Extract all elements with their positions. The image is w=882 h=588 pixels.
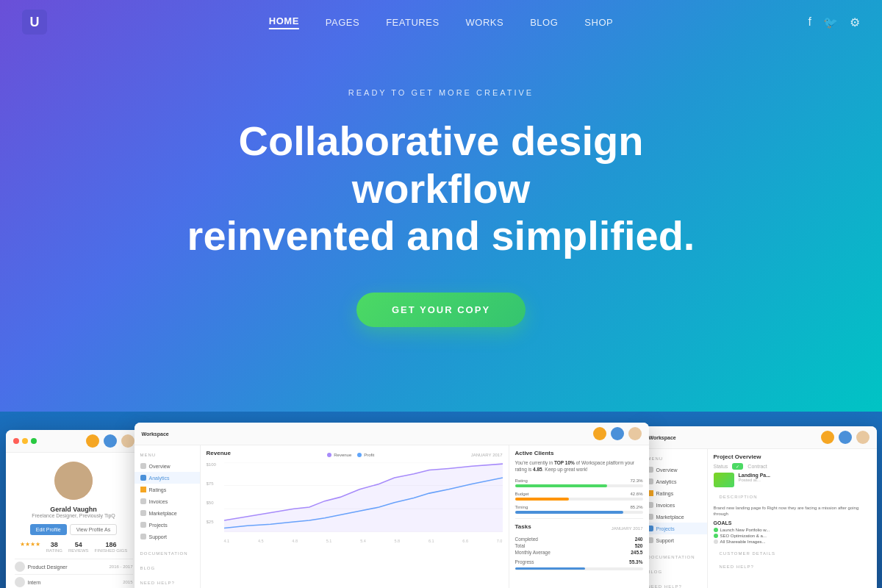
avatar-c3-2 — [839, 431, 852, 444]
metric-rating-bar — [515, 484, 607, 487]
progress-bar-bg — [515, 567, 643, 570]
project-overview-title: Project Overview — [714, 453, 871, 460]
sidebar3-ratings[interactable]: Ratings — [642, 487, 707, 499]
sidebar3-menu-label: MENU — [642, 453, 707, 464]
avatar-c2-1 — [593, 427, 606, 440]
tasks-period: JANUARY 2017 — [612, 526, 643, 531]
sidebar-support[interactable]: Support — [135, 531, 200, 542]
revenue-svg — [224, 462, 503, 532]
sidebar-projects[interactable]: Projects — [135, 519, 200, 531]
sidebar3-support[interactable]: Support — [642, 534, 707, 546]
chart-x-labels: 4.1 4.5 4.8 5.1 5.4 5.8 6.1 6.6 7.0 — [207, 539, 503, 543]
goal-check-1 — [714, 528, 718, 532]
avatar-c2-3 — [628, 427, 642, 440]
chart-area: $100 $75 $50 $25 — [207, 462, 503, 536]
hero-section: READY TO GET MORE CREATIVE Collaborative… — [0, 0, 882, 415]
sidebar3-overview[interactable]: Overview — [642, 464, 707, 476]
project-info: Landing Pa... Posted at... — [739, 473, 871, 487]
legend-revenue: Revenue — [327, 453, 351, 457]
nav-pages[interactable]: PAGES — [326, 17, 359, 28]
nav-works[interactable]: WORKS — [466, 17, 504, 28]
card-header-1 — [6, 430, 142, 453]
folder-icon — [140, 522, 146, 528]
nav-blog[interactable]: BLOG — [530, 17, 558, 28]
stat-reviews: 54 REVIEWS — [68, 541, 89, 553]
analytics-card: Workspace MENU Overview Analytics — [135, 423, 649, 588]
sidebar-blog-label: BLOG — [135, 563, 200, 573]
job-avatar-2 — [15, 577, 25, 587]
job-title-2: Intern — [28, 580, 41, 585]
profile-name: Gerald Vaughn — [50, 506, 97, 513]
facebook-icon[interactable]: f — [808, 15, 811, 29]
card3-inner: MENU Overview Analytics Ratings Invoices — [642, 449, 877, 588]
sidebar-menu-label: MENU — [135, 450, 200, 460]
profile-content: Gerald Vaughn Freelance Designer, Previo… — [6, 453, 142, 588]
task-total: Total 520 — [515, 542, 643, 549]
metric-budget-bar — [515, 498, 569, 501]
card2-sidebar: MENU Overview Analytics Ratings Invoices — [135, 445, 201, 588]
avatar-c3-3 — [856, 431, 870, 444]
customer-title: CUSTOMER DETAILS — [714, 548, 871, 559]
avatar-3 — [121, 434, 135, 448]
settings-icon[interactable]: ⚙ — [850, 15, 860, 29]
metric-budget-bar-bg — [515, 498, 643, 501]
stat-rating: 38 RATING — [46, 541, 62, 553]
logo[interactable]: U — [22, 10, 47, 35]
help-icon — [140, 534, 146, 539]
metric-rating: Rating 72.3% — [515, 478, 643, 487]
sidebar-analytics[interactable]: Analytics — [135, 472, 200, 484]
sidebar3-projects[interactable]: Projects — [642, 523, 707, 534]
nav-shop[interactable]: SHOP — [584, 17, 613, 28]
status-label: Status — [714, 464, 728, 469]
twitter-icon[interactable]: 🐦 — [823, 15, 838, 29]
task-completed: Completed 240 — [515, 536, 643, 542]
nav-home[interactable]: HOME — [269, 15, 299, 29]
profile-avatar — [54, 462, 93, 500]
nav-features[interactable]: FEATURES — [386, 17, 439, 28]
hero-subtitle: READY TO GET MORE CREATIVE — [348, 88, 534, 97]
view-profile-button[interactable]: View Profile As — [70, 524, 118, 535]
job-item-1: Product Designer 2016 - 2017 — [15, 559, 133, 574]
metric-timing-bar-bg — [515, 511, 643, 514]
sidebar-overview[interactable]: Overview — [135, 460, 200, 472]
metric-budget: Budget 42.6% — [515, 492, 643, 501]
card-header-icons — [86, 434, 135, 448]
nav-links: HOME PAGES FEATURES WORKS BLOG SHOP — [269, 15, 613, 29]
sidebar-invoices[interactable]: Invoices — [135, 495, 200, 507]
screenshots-section: Gerald Vaughn Freelance Designer, Previo… — [0, 412, 882, 588]
profile-stats: ★★★★ 38 RATING 54 REVIEWS 186 FINISHED G… — [20, 541, 128, 553]
metric-timing: Timing 85.2% — [515, 505, 643, 514]
profile-buttons: Edit Profile View Profile As — [30, 524, 117, 535]
bar-icon — [140, 475, 146, 481]
card3-sidebar: MENU Overview Analytics Ratings Invoices — [642, 449, 708, 588]
status-row: Status ✓ Contract — [714, 463, 871, 470]
project-overview-panel: Project Overview Status ✓ Contract Landi… — [708, 449, 877, 588]
sidebar3-invoices[interactable]: Invoices — [642, 499, 707, 511]
card-header-icons-2 — [593, 427, 642, 440]
hero-title: Collaborative design workflow reinvented… — [154, 118, 728, 259]
dot-yellow — [22, 438, 28, 444]
sidebar-marketplace[interactable]: Marketplace — [135, 507, 200, 519]
progress-bar — [515, 567, 586, 570]
card2-inner: MENU Overview Analytics Ratings Invoices — [135, 445, 649, 588]
active-clients-title: Active Clients — [515, 450, 643, 456]
sidebar3-docs-label: DOCUMENTATION — [642, 552, 707, 562]
sidebar3-analytics[interactable]: Analytics — [642, 476, 707, 487]
cta-button[interactable]: GET YOUR COPY — [356, 293, 526, 327]
sidebar-ratings[interactable]: Ratings — [135, 484, 200, 495]
metric-rating-bar-bg — [515, 484, 643, 487]
project-meta: Posted at... — [739, 478, 871, 482]
legend-dot-profit — [357, 453, 362, 457]
project-name: Landing Pa... — [739, 473, 871, 478]
project-thumbnail — [714, 473, 734, 487]
sidebar3-marketplace[interactable]: Marketplace — [642, 511, 707, 523]
sidebar3-help-label: NEED HELP? — [642, 581, 707, 588]
navbar: U HOME PAGES FEATURES WORKS BLOG SHOP f … — [0, 0, 882, 44]
chart-y-labels: $100 $75 $50 $25 — [207, 462, 216, 524]
goal-check-2 — [714, 534, 718, 538]
metric-timing-bar — [515, 511, 624, 514]
window-dots — [13, 438, 37, 444]
shop-icon — [140, 510, 146, 516]
edit-profile-button[interactable]: Edit Profile — [30, 524, 67, 535]
social-links: f 🐦 ⚙ — [808, 15, 860, 29]
